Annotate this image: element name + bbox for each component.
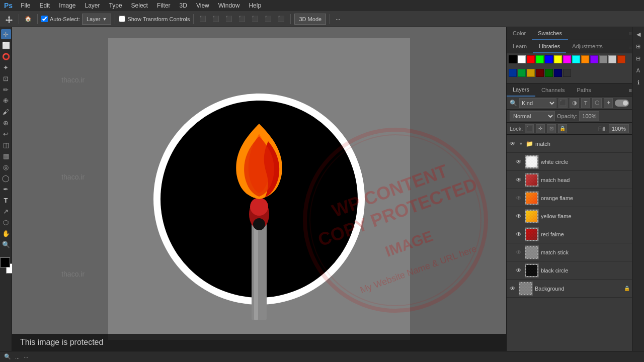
align-center-v-icon[interactable]: ⬛ [250,15,261,23]
menu-help[interactable]: Help [245,1,265,10]
home-icon[interactable]: 🏠 [23,15,34,23]
kind-select[interactable]: Kind [519,98,556,108]
shape-tool[interactable]: ⬡ [1,217,11,227]
distribute-icon[interactable]: ⬛ [276,15,287,23]
align-center-h-icon[interactable]: ⬛ [210,15,221,23]
layer-item[interactable]: 👁red falme [507,225,632,243]
layer-visibility-icon[interactable]: 👁 [515,248,523,256]
filter-toggle[interactable] [615,100,629,107]
tab-channels[interactable]: Channels [535,83,571,97]
swatch[interactable] [509,55,517,63]
swatch[interactable] [527,69,535,77]
layer-item[interactable]: 👁match head [507,171,632,189]
history-brush-tool[interactable]: ↩ [1,129,11,139]
history-icon[interactable]: ⊞ [633,41,643,51]
swatch[interactable] [518,55,526,63]
menu-layer[interactable]: Layer [81,1,104,10]
layer-visibility-icon[interactable]: 👁 [515,266,523,275]
filter-adj-btn[interactable]: ◑ [570,98,579,108]
swatch[interactable] [581,55,589,63]
layer-dropdown[interactable]: Layer ▼ [82,14,111,25]
swatch[interactable] [617,55,625,63]
menu-window[interactable]: Window [214,1,244,10]
layer-item[interactable]: 👁match stick [507,243,632,261]
align-right-icon[interactable]: ⬛ [223,15,234,23]
swatch[interactable] [509,69,517,77]
layer-item[interactable]: 👁Background🔒 [507,280,632,298]
menu-edit[interactable]: Edit [35,1,54,10]
swatch[interactable] [554,55,562,63]
align-bottom-icon[interactable]: ⬛ [263,15,274,23]
pen-tool[interactable]: ✒ [1,184,11,194]
lock-position-btn[interactable]: ✛ [536,124,545,133]
layer-item[interactable]: 👁▼📁match [507,135,632,153]
character-icon[interactable]: A [633,65,643,75]
lock-all-btn[interactable]: 🔒 [558,124,567,133]
info-icon[interactable]: ℹ [633,77,643,87]
tab-learn[interactable]: Learn [507,40,533,53]
swatch[interactable] [608,55,616,63]
more-options-icon[interactable]: ··· [334,15,342,23]
swatch[interactable] [563,69,571,77]
layer-visibility-icon[interactable]: 👁 [509,140,517,148]
filter-shape-btn[interactable]: ⬡ [592,98,602,108]
layer-visibility-icon[interactable]: 👁 [515,212,523,220]
healing-tool[interactable]: ✙ [1,96,11,106]
align-top-icon[interactable]: ⬛ [236,15,248,23]
swatch[interactable] [554,69,562,77]
selection-tool[interactable]: ⬜ [1,40,11,50]
layer-visibility-icon[interactable]: 👁 [515,176,523,184]
filter-smart-btn[interactable]: ✦ [604,98,613,108]
swatch[interactable] [536,69,544,77]
lasso-tool[interactable]: ⭕ [1,51,11,61]
layer-visibility-icon[interactable]: 👁 [515,230,523,238]
swatch[interactable] [518,69,526,77]
panel-toggle-icon[interactable]: ◀ [633,29,643,39]
menu-select[interactable]: Select [127,1,152,10]
layer-item[interactable]: 👁yellow flame [507,207,632,225]
canvas-area[interactable]: thaco.ir thaco.ir thaco.ir thaco.ir thac… [12,27,506,351]
layer-visibility-icon[interactable]: 👁 [515,194,523,202]
brush-tool[interactable]: 🖌 [1,107,11,117]
layer-expand-arrow[interactable]: ▼ [519,141,524,146]
swatch[interactable] [545,69,553,77]
layer-item[interactable]: 👁black circle [507,261,632,280]
eraser-tool[interactable]: ◫ [1,140,11,150]
tab-color[interactable]: Color [507,27,532,40]
magic-wand-tool[interactable]: ✦ [1,62,11,72]
swatch[interactable] [527,55,535,63]
layer-visibility-icon[interactable]: 👁 [515,158,523,166]
stamp-tool[interactable]: ⊕ [1,118,11,128]
path-selection-tool[interactable]: ↗ [1,206,11,216]
menu-filter[interactable]: Filter [153,1,175,10]
swatch[interactable] [590,55,598,63]
fill-input[interactable] [609,124,629,133]
tab-paths[interactable]: Paths [571,83,597,97]
layer-visibility-icon[interactable]: 👁 [509,285,517,293]
auto-select-checkbox[interactable]: Auto-Select: [41,16,80,22]
zoom-tool[interactable]: 🔍 [1,239,11,249]
swatch[interactable] [563,55,571,63]
filter-type-btn[interactable]: T [581,98,591,108]
lock-pixel-btn[interactable]: ⬛ [525,124,534,133]
foreground-color[interactable] [0,257,10,267]
dodge-tool[interactable]: ◯ [1,173,11,183]
opacity-input[interactable] [579,111,599,121]
3d-mode-btn[interactable]: 3D Mode [294,14,326,25]
swatch[interactable] [545,55,553,63]
blend-mode-select[interactable]: Normal [510,111,555,121]
properties-icon[interactable]: ⊟ [633,53,643,63]
layer-item[interactable]: 👁orange flame [507,189,632,207]
menu-file[interactable]: File [17,1,34,10]
text-tool[interactable]: T [1,195,11,205]
blur-tool[interactable]: ◎ [1,162,11,172]
hand-tool[interactable]: ✋ [1,228,11,238]
tab-adjustments[interactable]: Adjustments [566,40,609,53]
filter-pixel-btn[interactable]: ⬛ [558,98,568,108]
swatch[interactable] [572,55,580,63]
more-bottom-icon[interactable]: ··· [24,354,28,360]
swatch[interactable] [599,55,607,63]
gradient-tool[interactable]: ▦ [1,151,11,161]
swatch[interactable] [536,55,544,63]
menu-3d[interactable]: 3D [176,1,191,10]
